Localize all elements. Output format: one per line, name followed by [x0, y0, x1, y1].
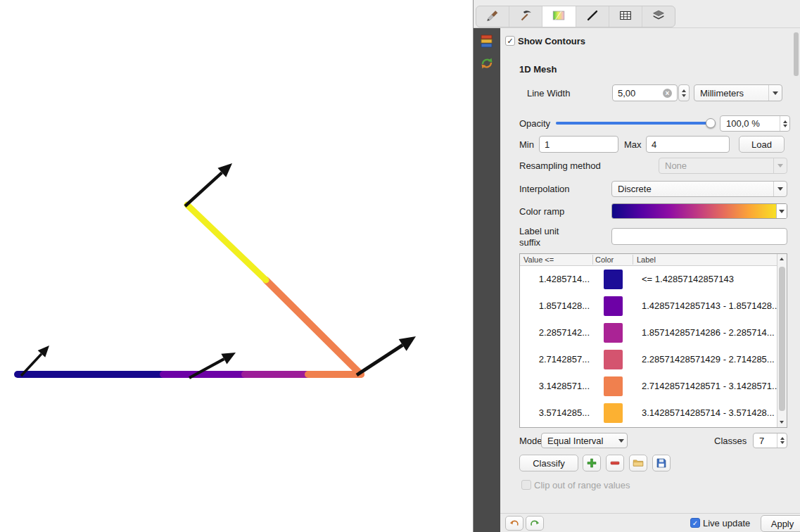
- mode-combo[interactable]: Equal Interval: [541, 433, 628, 448]
- opacity-slider[interactable]: [556, 117, 716, 129]
- cell-label[interactable]: 2.71428571428571 - 3.1428571...: [642, 373, 780, 400]
- tab-mesh-frame[interactable]: [609, 6, 642, 27]
- floppy-disk-icon: [655, 457, 668, 469]
- chevron-down-icon: [616, 433, 627, 448]
- cell-label[interactable]: 1.42857142857143 - 1.8571428...: [642, 293, 780, 319]
- show-contours-label: Show Contours: [518, 36, 585, 46]
- tab-stacked-averaging[interactable]: [642, 6, 675, 27]
- step-up-icon: [780, 437, 785, 440]
- layers-icon: [651, 8, 666, 26]
- load-button[interactable]: Load: [739, 136, 785, 153]
- chevron-down-icon: [779, 210, 785, 213]
- table-row[interactable]: 2.2857142... 1.85714285714286 - 2.285714…: [521, 319, 777, 346]
- color-ramp-label: Color ramp: [519, 206, 564, 217]
- opacity-label: Opacity: [519, 118, 550, 129]
- live-update-checkbox[interactable]: ✓: [690, 518, 700, 528]
- tab-mesh-settings[interactable]: [509, 6, 542, 27]
- column-divider: [592, 255, 593, 265]
- color-swatch[interactable]: [604, 296, 623, 316]
- interpolation-combo[interactable]: Discrete: [611, 181, 787, 197]
- color-ramp-gradient[interactable]: [612, 204, 776, 218]
- cell-value[interactable]: 2.7142857...: [521, 346, 590, 373]
- step-up-icon: [682, 89, 686, 92]
- mesh-section-title: 1D Mesh: [519, 64, 557, 75]
- undo-button[interactable]: [505, 516, 523, 531]
- scrollbar-thumb[interactable]: [779, 267, 785, 411]
- table-scrollbar[interactable]: [777, 254, 787, 427]
- redo-button[interactable]: [526, 516, 544, 531]
- map-canvas[interactable]: [0, 0, 473, 532]
- tabbar-underline: [474, 27, 800, 28]
- table-header: Value <= Color Label: [520, 254, 777, 266]
- opacity-value: 100,0 %: [720, 118, 780, 129]
- cell-value[interactable]: 1.8571428...: [521, 293, 590, 319]
- clip-out-of-range-checkbox: [521, 480, 531, 490]
- redo-arrow-icon: [528, 517, 541, 530]
- min-value: 1: [545, 139, 550, 150]
- classes-stepper[interactable]: [777, 433, 787, 448]
- style-history-button[interactable]: [478, 55, 495, 72]
- panel-side-strip: [474, 28, 500, 532]
- load-classes-button[interactable]: [629, 455, 647, 471]
- opacity-spinbox[interactable]: 100,0 %: [720, 115, 790, 132]
- cell-label[interactable]: 2.28571428571429 - 2.714285...: [642, 346, 775, 373]
- line-width-unit-combo[interactable]: Millimeters: [694, 84, 782, 101]
- mode-value: Equal Interval: [542, 436, 616, 446]
- folder-icon: [632, 457, 645, 469]
- cell-label[interactable]: <= 1.42857142857143: [642, 266, 734, 293]
- mesh-svg: [0, 0, 473, 532]
- apply-button[interactable]: Apply: [761, 515, 800, 532]
- slider-handle[interactable]: [706, 118, 716, 128]
- resampling-combo: None: [659, 158, 787, 174]
- color-swatch[interactable]: [604, 270, 623, 289]
- cell-label[interactable]: 1.85714285714286 - 2.285714...: [642, 319, 775, 346]
- scroll-down-icon[interactable]: [780, 421, 784, 424]
- checkmark-icon: ✓: [507, 37, 513, 46]
- line-width-stepper[interactable]: [678, 84, 690, 101]
- resampling-label: Resampling method: [519, 160, 601, 171]
- remove-class-button[interactable]: [606, 455, 624, 471]
- table-row[interactable]: 1.4285714... <= 1.42857142857143: [521, 266, 777, 293]
- step-up-icon: [783, 120, 787, 123]
- clip-out-of-range-label: Clip out of range values: [534, 480, 630, 490]
- scroll-up-icon[interactable]: [780, 258, 784, 260]
- max-input[interactable]: 4: [646, 136, 730, 153]
- label-unit-suffix-input[interactable]: [611, 228, 787, 245]
- line-width-label: Line Width: [527, 88, 570, 99]
- color-swatch[interactable]: [604, 376, 623, 396]
- screenshot-root: { "panel": { "tabs": { "selected_index":…: [0, 0, 800, 532]
- color-swatch[interactable]: [604, 350, 623, 369]
- cell-label[interactable]: 3.14285714285714 - 3.571428...: [642, 400, 775, 426]
- table-row[interactable]: 3.5714285... 3.14285714285714 - 3.571428…: [521, 400, 777, 426]
- cell-value[interactable]: 3.5714285...: [521, 400, 590, 426]
- cell-value[interactable]: 2.2857142...: [521, 319, 590, 346]
- color-swatch[interactable]: [604, 323, 623, 343]
- classes-spinbox[interactable]: 7: [753, 433, 787, 448]
- panel-scrollbar-thumb[interactable]: [794, 32, 799, 76]
- layer-symbology-button[interactable]: [478, 32, 495, 49]
- opacity-stepper[interactable]: [780, 116, 789, 131]
- minus-icon: [609, 457, 621, 469]
- tab-symbology[interactable]: [476, 6, 509, 27]
- pickaxe-icon: [518, 8, 533, 26]
- classify-button[interactable]: Classify: [519, 455, 578, 471]
- color-ramp-menu-button[interactable]: [776, 204, 787, 218]
- line-width-input[interactable]: 5,00 ×: [612, 84, 678, 101]
- show-contours-checkbox[interactable]: ✓: [505, 36, 515, 46]
- table-row[interactable]: 2.7142857... 2.28571428571429 - 2.714285…: [521, 346, 777, 373]
- color-ramp-control[interactable]: [611, 203, 787, 219]
- tab-contours[interactable]: [542, 6, 576, 27]
- table-row[interactable]: 1.8571428... 1.42857142857143 - 1.857142…: [521, 293, 777, 319]
- tab-1d-lines[interactable]: [576, 6, 609, 27]
- add-class-button[interactable]: [583, 455, 601, 471]
- clear-icon[interactable]: ×: [663, 89, 672, 98]
- min-input[interactable]: 1: [539, 136, 618, 153]
- classes-label: Classes: [714, 436, 747, 446]
- chevron-down-icon: [773, 182, 787, 196]
- cell-value[interactable]: 3.1428571...: [521, 373, 590, 400]
- color-swatch[interactable]: [604, 403, 623, 423]
- min-label: Min: [519, 139, 534, 150]
- table-row[interactable]: 3.1428571... 2.71428571428571 - 3.142857…: [521, 373, 777, 400]
- save-classes-button[interactable]: [652, 455, 671, 471]
- cell-value[interactable]: 1.4285714...: [521, 266, 590, 293]
